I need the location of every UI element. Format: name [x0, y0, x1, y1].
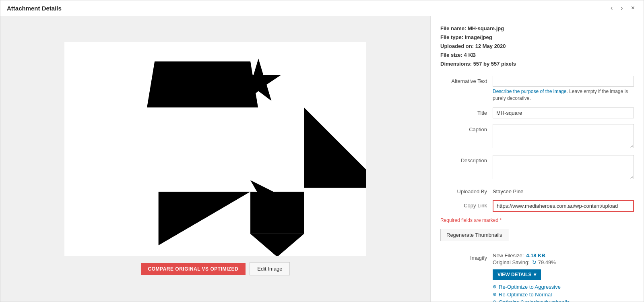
original-saving-value: ↻79.49% — [532, 259, 556, 265]
new-filesize-row: New Filesize: 4.18 KB — [493, 252, 634, 259]
new-filesize-value: 4.18 KB — [526, 252, 545, 259]
imagify-stats: New Filesize: 4.18 KB Original Saving: ↻… — [493, 252, 634, 265]
prev-button[interactable]: ‹ — [608, 4, 615, 12]
edit-image-button[interactable]: Edit Image — [250, 262, 290, 275]
file-type-row: File type: image/jpeg — [440, 33, 634, 42]
uploaded-on-row: Uploaded on: 12 May 2020 — [440, 42, 634, 51]
title-label: Title — [440, 108, 493, 116]
re-optimize-aggressive-label: Re-Optimize to Aggressive — [499, 284, 561, 290]
caption-wrap — [493, 124, 634, 149]
form-section: Alternative Text Describe the purpose of… — [440, 76, 634, 212]
image-buttons: COMPARE ORIGINAL VS OPTIMIZED Edit Image — [141, 262, 290, 275]
required-note-text: Required fields are marked — [440, 217, 500, 223]
title-bar: Attachment Details ‹ › × — [0, 0, 644, 16]
close-button[interactable]: × — [629, 4, 637, 12]
file-size-label: File size: — [440, 52, 462, 58]
file-type-label: File type: — [440, 34, 463, 40]
re-optimize-aggressive-link[interactable]: ⚙ Re-Optimize to Aggressive — [493, 284, 634, 290]
svg-marker-3 — [304, 108, 366, 188]
dimensions-row: Dimensions: 557 by 557 pixels — [440, 60, 634, 68]
alt-text-help: Describe the purpose of the image. Leave… — [493, 88, 634, 102]
regenerate-section: Regenerate Thumbnails — [440, 229, 634, 248]
svg-marker-6 — [250, 192, 304, 234]
optimize-thumbnails-label: Optimize 3 missing thumbnails — [499, 299, 570, 302]
caption-textarea[interactable] — [493, 124, 634, 148]
alt-text-label: Alternative Text — [440, 76, 493, 84]
loading-icon: ↻ — [532, 259, 537, 265]
imagify-label: Imagify — [440, 252, 493, 261]
imagify-row: Imagify New Filesize: 4.18 KB Original S… — [440, 252, 634, 302]
caption-row: Caption — [440, 124, 634, 149]
alt-text-row: Alternative Text Describe the purpose of… — [440, 76, 634, 102]
gear-icon-2: ⚙ — [493, 292, 497, 297]
description-label: Description — [440, 155, 493, 163]
file-meta: File name: MH-square.jpg File type: imag… — [440, 24, 634, 68]
title-bar-controls: ‹ › × — [608, 4, 637, 12]
file-name-label: File name: — [440, 25, 466, 31]
dimensions-value: 557 by 557 pixels — [473, 61, 516, 67]
file-name-row: File name: MH-square.jpg — [440, 24, 634, 33]
main-content: COMPARE ORIGINAL VS OPTIMIZED Edit Image… — [0, 16, 644, 302]
view-details-button[interactable]: VIEW DETAILS ▾ — [493, 269, 541, 280]
description-textarea[interactable] — [493, 155, 634, 179]
caption-label: Caption — [440, 124, 493, 132]
copy-link-input[interactable] — [493, 200, 634, 212]
re-optimize-normal-link[interactable]: ⚙ Re-Optimize to Normal — [493, 292, 634, 298]
imagify-links: ⚙ Re-Optimize to Aggressive ⚙ Re-Optimiz… — [493, 284, 634, 302]
alt-text-help-link[interactable]: Describe the purpose of the image — [493, 89, 566, 94]
file-type-value: image/jpeg — [465, 34, 492, 40]
uploaded-on-label: Uploaded on: — [440, 43, 474, 49]
uploaded-by-value: Staycee Pine — [493, 186, 634, 194]
re-optimize-normal-label: Re-Optimize to Normal — [499, 292, 552, 298]
copy-link-row: Copy Link — [440, 200, 634, 212]
uploaded-on-value: 12 May 2020 — [475, 43, 506, 49]
file-size-row: File size: 4 KB — [440, 51, 634, 60]
original-saving-label: Original Saving: — [493, 259, 530, 265]
view-details-arrow: ▾ — [534, 272, 536, 277]
attachment-details-window: Attachment Details ‹ › × — [0, 0, 644, 302]
title-row: Title — [440, 108, 634, 118]
svg-marker-1 — [147, 62, 258, 108]
uploaded-by-label: Uploaded By — [440, 186, 493, 194]
image-panel: COMPARE ORIGINAL VS OPTIMIZED Edit Image — [0, 16, 430, 302]
original-saving-row: Original Saving: ↻79.49% — [493, 259, 634, 265]
window-title: Attachment Details — [7, 5, 62, 12]
view-details-label: VIEW DETAILS — [497, 272, 531, 277]
uploaded-by-row: Uploaded By Staycee Pine — [440, 186, 634, 194]
image-container — [64, 42, 366, 256]
alt-text-input[interactable] — [493, 76, 634, 87]
new-filesize-label: New Filesize: — [493, 252, 524, 259]
optimize-thumbnails-link[interactable]: ⚙ Optimize 3 missing thumbnails — [493, 299, 634, 302]
required-note: Required fields are marked * — [440, 217, 634, 223]
required-star: * — [500, 217, 502, 223]
description-row: Description — [440, 155, 634, 180]
copy-link-wrap — [493, 200, 634, 212]
uploaded-by-wrap: Staycee Pine — [493, 186, 634, 194]
gear-icon-3: ⚙ — [493, 300, 497, 302]
description-wrap — [493, 155, 634, 180]
file-name-value: MH-square.jpg — [468, 25, 504, 31]
alt-text-wrap: Describe the purpose of the image. Leave… — [493, 76, 634, 102]
gear-icon-1: ⚙ — [493, 284, 497, 290]
compare-button[interactable]: COMPARE ORIGINAL VS OPTIMIZED — [141, 263, 246, 275]
regenerate-button[interactable]: Regenerate Thumbnails — [440, 229, 508, 241]
title-wrap — [493, 108, 634, 118]
dimensions-label: Dimensions: — [440, 61, 472, 67]
next-button[interactable]: › — [618, 4, 625, 12]
imagify-right: New Filesize: 4.18 KB Original Saving: ↻… — [493, 252, 634, 302]
copy-link-label: Copy Link — [440, 200, 493, 209]
attachment-image — [64, 42, 366, 256]
file-size-value: 4 KB — [464, 52, 476, 58]
title-input[interactable] — [493, 108, 634, 118]
details-panel: File name: MH-square.jpg File type: imag… — [430, 16, 644, 302]
